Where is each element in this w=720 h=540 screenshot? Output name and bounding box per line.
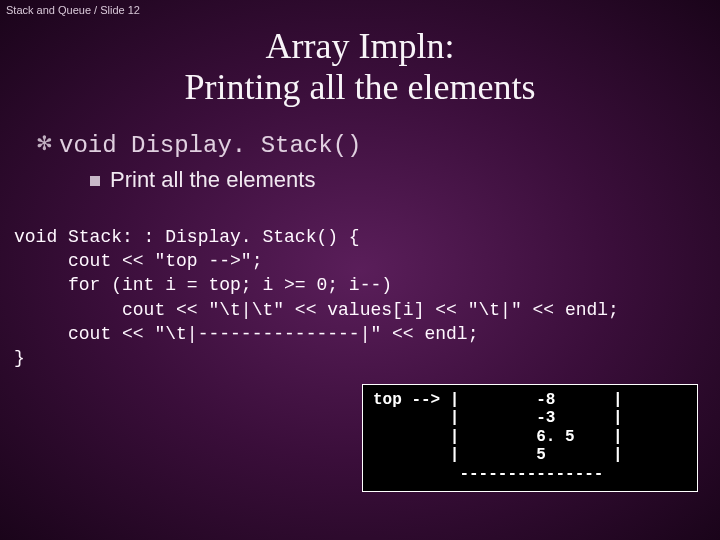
code-line-5: cout << "\t|---------------|" << endl;	[14, 324, 478, 344]
square-bullet-icon	[90, 176, 100, 186]
star-bullet-icon: ✻	[36, 131, 53, 155]
bullet-signature: Display. Stack()	[117, 132, 362, 159]
slide-title: Array Impln: Printing all the elements	[0, 26, 720, 109]
code-line-6: }	[14, 348, 25, 368]
terminal-row-4: | 5 |	[373, 446, 623, 464]
code-block: void Stack: : Display. Stack() { cout <<…	[14, 225, 720, 371]
terminal-output: top --> | -8 | | -3 | | 6. 5 | | 5 | ---…	[362, 384, 698, 492]
code-line-1: void Stack: : Display. Stack() {	[14, 227, 360, 247]
main-bullet: ✻void Display. Stack()	[36, 131, 720, 159]
terminal-row-2: | -3 |	[373, 409, 623, 427]
code-line-4: cout << "\t|\t" << values[i] << "\t|" <<…	[14, 300, 619, 320]
terminal-row-1: top --> | -8 |	[373, 391, 623, 409]
code-line-2: cout << "top -->";	[14, 251, 262, 271]
terminal-row-3: | 6. 5 |	[373, 428, 623, 446]
bullet-keyword: void	[59, 132, 117, 159]
breadcrumb: Stack and Queue / Slide 12	[6, 4, 140, 16]
code-line-3: for (int i = top; i >= 0; i--)	[14, 275, 392, 295]
title-line-1: Array Impln:	[0, 26, 720, 67]
sub-bullet-text: Print all the elements	[110, 167, 315, 192]
title-line-2: Printing all the elements	[0, 67, 720, 108]
sub-bullet: Print all the elements	[90, 167, 720, 193]
terminal-row-5: ---------------	[373, 465, 603, 483]
